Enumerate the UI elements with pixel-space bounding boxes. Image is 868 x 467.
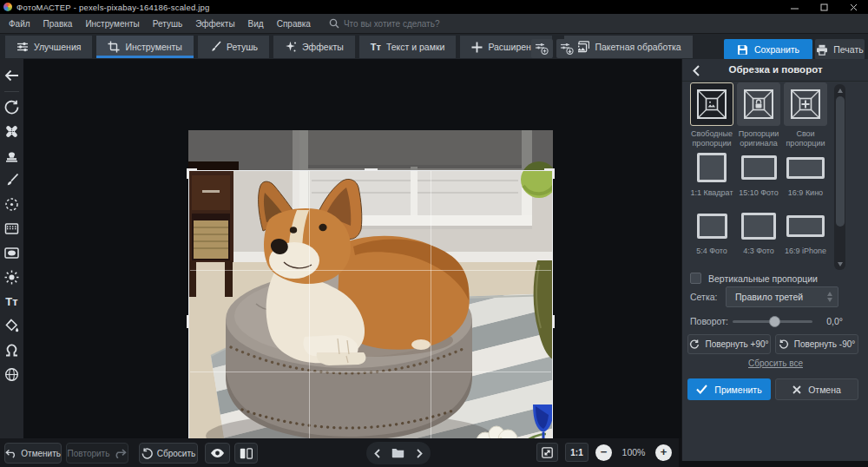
crop-preset-5-4[interactable]: 5:4 Фото	[688, 208, 735, 256]
tool-healing-patch-button[interactable]	[2, 121, 23, 141]
preset-scrollbar[interactable]	[834, 84, 845, 270]
tool-text-button[interactable]: Tт	[2, 291, 23, 312]
scrollbar-thumb[interactable]	[836, 96, 845, 227]
next-photo-button[interactable]	[411, 444, 430, 463]
tab-batch-processing[interactable]: Пакетная обработка	[564, 36, 692, 58]
tool-radial-filter-button[interactable]	[2, 194, 23, 214]
tool-spot-lighting-button[interactable]	[2, 266, 23, 287]
rotate-minus-90-button[interactable]: Повернуть -90°	[775, 334, 858, 354]
redo-button[interactable]: Повторить	[66, 443, 128, 464]
previous-photo-button[interactable]	[367, 444, 386, 463]
crop-preset-original[interactable]: Пропорции оригинала	[735, 82, 782, 148]
crop-preset-1-1[interactable]: 1:1 Квадрат	[688, 150, 735, 198]
menu-help[interactable]: Справка	[275, 17, 312, 30]
rotate-plus-90-button[interactable]: Повернуть +90°	[687, 334, 771, 354]
crop-preset-4-3[interactable]: 4:3 Фото	[735, 208, 782, 256]
print-button[interactable]: Печать	[815, 39, 865, 60]
grid-select[interactable]: Правило третей	[726, 286, 838, 307]
tool-vignette-button[interactable]	[2, 242, 23, 263]
reset-button[interactable]: Сбросить	[139, 443, 198, 464]
reset-icon	[141, 448, 153, 459]
minimize-button[interactable]	[779, 0, 809, 14]
zoom-out-button[interactable]: −	[595, 444, 612, 461]
tab-effects[interactable]: Эффекты	[273, 36, 355, 58]
actual-size-button[interactable]: 1:1	[565, 443, 589, 462]
menu-edit[interactable]: Правка	[42, 17, 75, 30]
checkmark-icon	[696, 385, 707, 394]
scroll-down-button[interactable]	[834, 259, 845, 269]
rotation-row: Поворот: 0,0°	[682, 314, 868, 328]
save-button[interactable]: Сохранить	[724, 39, 812, 60]
crop-preset-16-9-iphone[interactable]: 16:9 iPhone	[782, 208, 829, 256]
crop-area[interactable]	[188, 170, 553, 467]
close-button[interactable]	[838, 0, 868, 14]
aspect-1-1-icon	[697, 153, 727, 182]
brush-icon	[209, 41, 221, 53]
undo-icon	[5, 449, 16, 458]
crop-handle-n[interactable]	[365, 168, 378, 171]
crop-handle-ne[interactable]	[544, 168, 555, 179]
left-toolbar: Tт	[0, 59, 23, 438]
crop-handle-w[interactable]	[187, 315, 189, 328]
panel-title: Обрезка и поворот	[682, 64, 868, 75]
undo-button[interactable]: Отменить	[4, 443, 62, 464]
before-after-button[interactable]	[234, 443, 258, 464]
menu-retouch[interactable]: Ретушь	[151, 17, 184, 30]
preview-original-button[interactable]	[205, 443, 230, 464]
sliders-icon	[16, 41, 29, 53]
tool-adjustment-brush-button[interactable]	[2, 169, 23, 190]
aspect-15-10-icon	[741, 155, 777, 180]
vignette-icon	[4, 246, 19, 260]
tool-clone-stamp-button[interactable]	[2, 145, 23, 166]
menu-file[interactable]: Файл	[7, 17, 32, 30]
crop-preset-15-10[interactable]: 15:10 Фото	[735, 150, 782, 198]
aspect-16-9-iphone-icon	[786, 215, 825, 237]
aspect-5-4-icon	[697, 214, 727, 239]
menu-effects[interactable]: Эффекты	[194, 17, 236, 30]
scroll-up-button[interactable]	[834, 85, 845, 95]
maximize-button[interactable]	[809, 0, 838, 14]
liquify-arch-icon	[4, 343, 19, 358]
zoom-in-button[interactable]: +	[655, 444, 672, 461]
text-tool-icon: Tт	[5, 295, 17, 308]
tab-text-frames[interactable]: Tт Текст и рамки	[359, 36, 457, 58]
aspect-4-3-icon	[741, 213, 776, 240]
preset-add-button[interactable]	[531, 39, 553, 58]
preset-export-button[interactable]	[556, 39, 578, 58]
tool-face-sculpt-button[interactable]	[2, 364, 23, 385]
rotation-slider[interactable]	[733, 320, 812, 323]
reset-all-link[interactable]: Сбросить все	[682, 358, 868, 368]
graduated-filter-icon	[4, 221, 19, 236]
apply-button[interactable]: Применить	[687, 378, 771, 400]
search-input[interactable]	[344, 19, 457, 29]
tabs: Улучшения Инструменты Ретушь Эффекты Tт …	[5, 36, 693, 58]
tool-graduated-filter-button[interactable]	[2, 218, 23, 239]
tab-tools[interactable]: Инструменты	[96, 36, 193, 58]
tool-background-fill-button[interactable]	[2, 315, 23, 336]
window-controls	[779, 0, 868, 14]
crop-handle-nw[interactable]	[187, 168, 197, 179]
vertical-proportions-checkbox[interactable]	[690, 273, 701, 284]
fit-to-screen-button[interactable]	[536, 443, 558, 462]
cancel-button[interactable]: Отмена	[775, 378, 858, 400]
chevron-up-icon	[827, 292, 832, 296]
text-icon: Tт	[371, 42, 381, 52]
tab-enhancements[interactable]: Улучшения	[5, 36, 92, 58]
rotation-slider-thumb[interactable]	[769, 316, 780, 327]
crop-custom-icon	[784, 82, 827, 126]
crop-preset-16-9-cinema[interactable]: 16:9 Кино	[782, 150, 829, 198]
tool-liquify-button[interactable]	[2, 339, 23, 360]
photomaster-window: ФотоМАСТЕР - pexels-pixabay-164186-scale…	[0, 0, 868, 467]
open-folder-button[interactable]	[389, 444, 408, 463]
crop-handle-e[interactable]	[552, 315, 555, 328]
menu-tools[interactable]: Инструменты	[83, 17, 141, 30]
crop-preset-free[interactable]: Свободные пропорции	[688, 82, 735, 148]
menu-view[interactable]: Вид	[247, 17, 266, 30]
before-after-icon	[240, 448, 253, 459]
tab-retouch[interactable]: Ретушь	[198, 36, 269, 58]
file-navigator	[366, 442, 431, 464]
tool-back-button[interactable]	[2, 65, 23, 86]
tool-crop-rotate-button[interactable]	[2, 96, 23, 117]
sliders-plus-icon	[536, 43, 549, 55]
crop-preset-custom[interactable]: Свои пропорции	[782, 82, 829, 148]
